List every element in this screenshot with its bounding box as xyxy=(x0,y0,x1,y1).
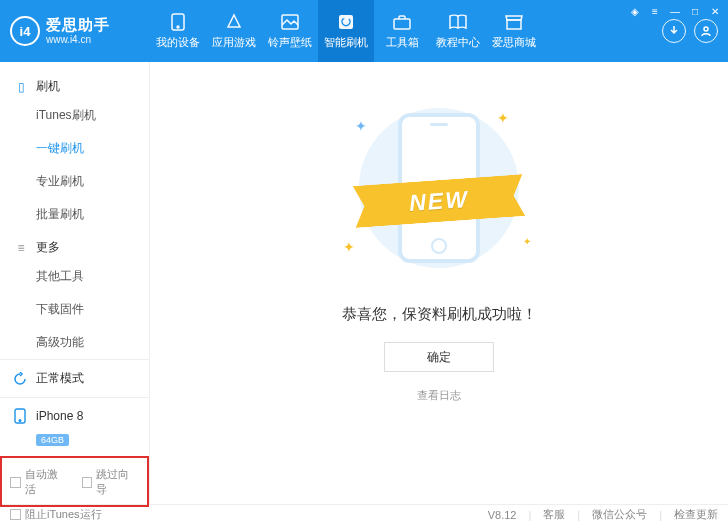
more-icon: ≡ xyxy=(14,241,28,255)
app-header: i4 爱思助手 www.i4.cn 我的设备 应用游戏 铃声壁纸 智能刷机 工具… xyxy=(0,0,728,62)
success-illustration: NEW ✦ ✦ ✦ ✦ xyxy=(329,100,549,275)
auto-activate-checkbox[interactable]: 自动激活 xyxy=(10,467,68,497)
sidebar-item-batch[interactable]: 批量刷机 xyxy=(0,198,149,231)
checkbox-icon xyxy=(10,509,21,520)
nav-store[interactable]: 爱思商城 xyxy=(486,0,542,62)
nav-tutorial[interactable]: 教程中心 xyxy=(430,0,486,62)
checkbox-label: 自动激活 xyxy=(25,467,68,497)
maximize-icon[interactable]: □ xyxy=(688,4,702,18)
ok-button[interactable]: 确定 xyxy=(384,342,494,372)
sidebar: ▯ 刷机 iTunes刷机 一键刷机 专业刷机 批量刷机 ≡ 更多 其他工具 下… xyxy=(0,62,150,504)
window-controls: ◈ ≡ — □ ✕ xyxy=(628,4,722,18)
options-row: 自动激活 跳过向导 xyxy=(0,456,149,507)
status-bar: 阻止iTunes运行 V8.12 | 客服 | 微信公众号 | 检查更新 xyxy=(0,504,728,524)
spark-icon: ✦ xyxy=(355,118,367,134)
nav-label: 铃声壁纸 xyxy=(268,35,312,50)
view-log-link[interactable]: 查看日志 xyxy=(417,388,461,403)
divider: | xyxy=(528,509,531,521)
divider: | xyxy=(577,509,580,521)
brand: i4 爱思助手 www.i4.cn xyxy=(0,0,150,62)
book-icon xyxy=(448,13,468,31)
main-content: NEW ✦ ✦ ✦ ✦ 恭喜您，保资料刷机成功啦！ 确定 查看日志 xyxy=(150,62,728,504)
version-label: V8.12 xyxy=(488,509,517,521)
brand-logo-icon: i4 xyxy=(10,16,40,46)
sidebar-item-oneclick[interactable]: 一键刷机 xyxy=(0,132,149,165)
update-link[interactable]: 检查更新 xyxy=(674,507,718,522)
nav-flash[interactable]: 智能刷机 xyxy=(318,0,374,62)
nav-label: 工具箱 xyxy=(386,35,419,50)
spark-icon: ✦ xyxy=(343,239,355,255)
nav-label: 爱思商城 xyxy=(492,35,536,50)
nav-ringtones[interactable]: 铃声壁纸 xyxy=(262,0,318,62)
sidebar-item-itunes[interactable]: iTunes刷机 xyxy=(0,99,149,132)
wallpaper-icon xyxy=(280,13,300,31)
nav-label: 我的设备 xyxy=(156,35,200,50)
nav-label: 智能刷机 xyxy=(324,35,368,50)
svg-rect-3 xyxy=(339,15,353,29)
close-icon[interactable]: ✕ xyxy=(708,4,722,18)
refresh-icon xyxy=(12,372,28,386)
skip-guide-checkbox[interactable]: 跳过向导 xyxy=(82,467,140,497)
spark-icon: ✦ xyxy=(523,236,531,247)
block-itunes-checkbox[interactable]: 阻止iTunes运行 xyxy=(10,507,102,522)
wechat-link[interactable]: 微信公众号 xyxy=(592,507,647,522)
nav-device[interactable]: 我的设备 xyxy=(150,0,206,62)
flash-icon xyxy=(336,13,356,31)
spark-icon: ✦ xyxy=(497,110,509,126)
storage-badge: 64GB xyxy=(36,434,69,446)
svg-point-1 xyxy=(177,26,179,28)
nav-label: 应用游戏 xyxy=(212,35,256,50)
store-icon xyxy=(504,13,524,31)
mode-card[interactable]: 正常模式 xyxy=(0,360,149,397)
sidebar-item-other[interactable]: 其他工具 xyxy=(0,260,149,293)
user-button[interactable] xyxy=(694,19,718,43)
divider: | xyxy=(659,509,662,521)
device-card[interactable]: iPhone 8 64GB xyxy=(0,397,149,456)
checkbox-label: 阻止iTunes运行 xyxy=(25,507,102,522)
svg-point-7 xyxy=(19,420,21,422)
brand-url: www.i4.cn xyxy=(46,34,110,46)
shirt-icon[interactable]: ◈ xyxy=(628,4,642,18)
sidebar-section-more[interactable]: ≡ 更多 xyxy=(0,231,149,260)
sidebar-item-pro[interactable]: 专业刷机 xyxy=(0,165,149,198)
checkbox-label: 跳过向导 xyxy=(96,467,139,497)
support-link[interactable]: 客服 xyxy=(543,507,565,522)
device-name: iPhone 8 xyxy=(36,409,83,423)
top-nav: 我的设备 应用游戏 铃声壁纸 智能刷机 工具箱 教程中心 爱思商城 xyxy=(150,0,662,62)
svg-rect-4 xyxy=(394,19,410,29)
phone-small-icon: ▯ xyxy=(14,80,28,94)
nav-toolbox[interactable]: 工具箱 xyxy=(374,0,430,62)
toolbox-icon xyxy=(392,13,412,31)
device-icon xyxy=(12,408,28,424)
checkbox-icon xyxy=(82,477,93,488)
apps-icon xyxy=(224,13,244,31)
sidebar-section-label: 更多 xyxy=(36,239,60,256)
nav-label: 教程中心 xyxy=(436,35,480,50)
success-message: 恭喜您，保资料刷机成功啦！ xyxy=(342,305,537,324)
sidebar-section-flash[interactable]: ▯ 刷机 xyxy=(0,70,149,99)
checkbox-icon xyxy=(10,477,21,488)
sidebar-item-download[interactable]: 下载固件 xyxy=(0,293,149,326)
svg-point-5 xyxy=(704,27,708,31)
minimize-icon[interactable]: — xyxy=(668,4,682,18)
mode-label: 正常模式 xyxy=(36,370,84,387)
menu-icon[interactable]: ≡ xyxy=(648,4,662,18)
sidebar-section-label: 刷机 xyxy=(36,78,60,95)
sidebar-item-advanced[interactable]: 高级功能 xyxy=(0,326,149,359)
brand-title: 爱思助手 xyxy=(46,16,110,34)
phone-icon xyxy=(168,13,188,31)
nav-apps[interactable]: 应用游戏 xyxy=(206,0,262,62)
download-button[interactable] xyxy=(662,19,686,43)
